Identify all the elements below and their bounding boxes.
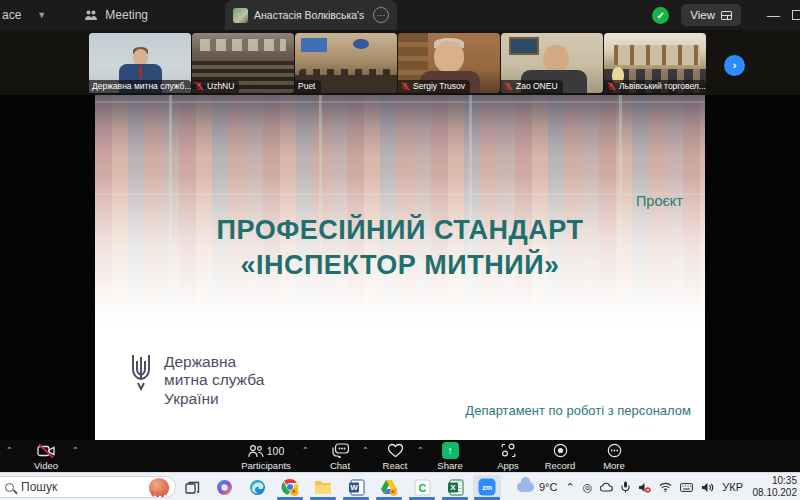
workspace-label: ace [2,8,21,22]
keyboard-tray-icon[interactable] [680,483,693,492]
heart-icon [387,442,404,459]
muted-mic-icon [401,82,410,91]
participants-count: 100 [267,445,285,457]
participant-tile-1[interactable]: Державна митна служб... [89,33,191,93]
slide-footer: Департамент по роботі з персоналом [465,403,691,418]
task-view-button[interactable] [178,477,206,497]
video-options-chevron[interactable]: ⌃ [72,446,79,455]
chrome-icon[interactable] [276,477,304,497]
audio-options-chevron[interactable]: ⌃ [6,446,13,455]
zoom-meeting-window: ace ▼ Meeting Анастасія Волківська's scr… [0,0,800,500]
minimize-button[interactable]: — [767,8,780,23]
record-tray-icon[interactable]: ◎ [583,481,593,494]
edge-icon[interactable] [243,477,271,497]
slide-title-line1: ПРОФЕСІЙНИЙ СТАНДАРТ [95,213,705,248]
excel-icon[interactable]: X [441,477,469,497]
view-button[interactable]: View [681,4,741,26]
participant-nametag: Державна митна служб... [89,80,191,93]
participant-tile-2[interactable]: UzhNU [192,33,294,93]
svg-text:C: C [418,481,426,493]
volume-icon[interactable] [701,482,714,493]
participant-tile-3[interactable]: Puet [295,33,397,93]
network-wifi-icon[interactable] [659,482,672,492]
participant-tile-5[interactable]: Zao ONEU [501,33,603,93]
chat-icon [332,442,349,459]
screen-tab-title: Анастасія Волківська's screen [254,9,367,21]
view-grid-icon [721,11,732,20]
trident-icon [128,353,154,391]
next-participants-button[interactable]: › [724,55,745,76]
more-label: More [603,460,625,471]
container-port-photo [95,95,705,325]
record-icon [553,442,568,459]
tab-options-icon[interactable]: ··· [373,7,389,23]
google-drive-icon[interactable] [375,477,403,497]
tray-time: 10:35 [751,475,797,487]
onedrive-icon[interactable] [600,482,613,492]
file-explorer-icon[interactable] [309,477,337,497]
participant-tile-6[interactable]: Львівський торговел... [604,33,706,93]
copilot-icon[interactable] [210,477,238,497]
search-placeholder: Пошук [21,480,142,494]
share-label: Share [437,460,462,471]
workspace-tab[interactable]: ace ▼ [2,8,46,22]
shared-screen-area: Проєкт ПРОФЕСІЙНИЙ СТАНДАРТ «ІНСПЕКТОР М… [0,95,800,440]
participants-button[interactable]: 100 Participants [230,442,302,471]
slide-title: ПРОФЕСІЙНИЙ СТАНДАРТ «ІНСПЕКТОР МИТНИЙ» [95,213,705,283]
weather-temp: 9°C [539,481,557,493]
video-button[interactable]: Video [14,442,78,471]
hidden-icons-chevron[interactable]: ⌃ [565,481,574,494]
tray-date: 08.10.202 [751,487,797,499]
muted-mic-icon [195,82,204,91]
zoom-app-icon[interactable]: zm [473,477,501,497]
muted-mic-icon [504,82,513,91]
word-icon[interactable]: W [342,477,370,497]
muted-mic-icon [607,82,616,91]
video-label: Video [34,460,58,471]
chat-label: Chat [330,460,350,471]
svg-text:W: W [350,483,358,492]
language-indicator[interactable]: УКР [722,481,743,493]
maximize-button[interactable] [792,10,800,20]
participant-filmstrip: Державна митна служб... UzhNU Puet [0,30,800,95]
chevron-down-icon[interactable]: ▼ [37,10,46,20]
record-label: Record [545,460,576,471]
share-button[interactable]: ↑ Share [418,442,482,471]
presentation-slide: Проєкт ПРОФЕСІЙНИЙ СТАНДАРТ «ІНСПЕКТОР М… [95,95,705,440]
taskbar-search-box[interactable]: Пошук [0,476,176,498]
windows-taskbar: Пошук W C X [0,472,800,500]
slide-title-line2: «ІНСПЕКТОР МИТНИЙ» [95,248,705,283]
svg-text:X: X [450,483,456,492]
view-label: View [690,9,715,21]
apps-label: Apps [497,460,519,471]
participant-tile-4[interactable]: Sergiy Trusov [398,33,500,93]
project-label: Проєкт [636,193,683,209]
photo-white-fade [95,95,705,325]
svg-text:zm: zm [482,484,492,491]
search-icon [5,483,14,492]
react-label: React [383,460,408,471]
meeting-tab[interactable]: Meeting [84,8,148,22]
system-tray: 9°C ⌃ ◎ УКР 10:35 [517,473,800,500]
zoom-toolbar: ⌃ Video ⌃ 100 Participants ⌃ Chat ⌃ [0,440,800,472]
participant-nametag: Zao ONEU [501,80,563,93]
search-daily-image-octopus [149,478,169,496]
titlebar-right: ✓ View — [652,0,800,30]
share-screen-icon: ↑ [442,442,459,459]
customs-service-logo: Державна митна служба України [128,353,264,408]
participants-label: Participants [241,460,291,471]
titlebar-left: ace ▼ Meeting [0,0,148,30]
logo-text: Державна митна служба України [164,353,264,408]
more-button[interactable]: More [582,442,646,471]
microphone-tray-icon[interactable] [621,481,630,493]
participant-nametag: UzhNU [192,80,239,93]
apps-icon [501,442,516,459]
clock-widget[interactable]: 10:35 08.10.202 [751,475,797,499]
speaker-muted-icon[interactable] [638,482,651,493]
security-shield-icon[interactable]: ✓ [652,7,669,24]
titlebar: ace ▼ Meeting Анастасія Волківська's scr… [0,0,800,30]
more-icon [607,442,622,459]
c-app-icon[interactable]: C [408,477,436,497]
screen-share-tab[interactable]: Анастасія Волківська's screen ··· [225,0,397,30]
weather-widget[interactable]: 9°C [517,481,557,493]
